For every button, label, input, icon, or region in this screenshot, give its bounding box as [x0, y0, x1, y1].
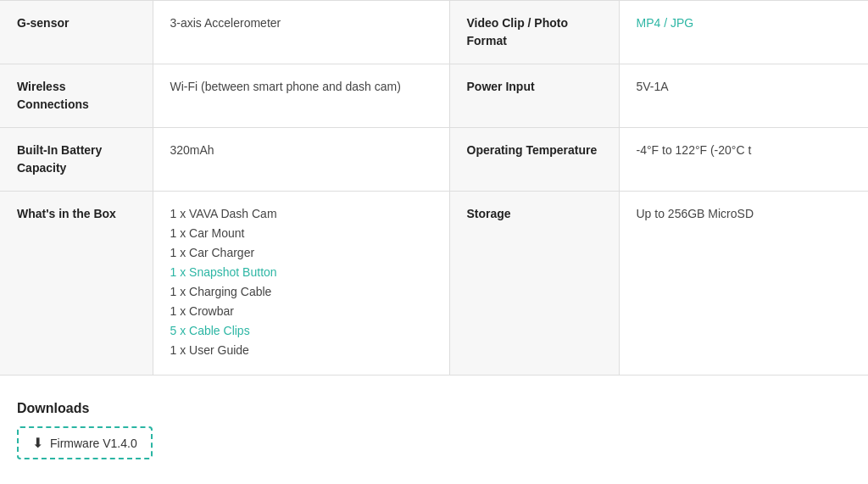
table-row: What's in the Box 1 x VAVA Dash Cam1 x C…	[0, 192, 868, 376]
downloads-title: Downloads	[17, 401, 851, 416]
page-container: G-sensor 3-axis Accelerometer Video Clip…	[0, 0, 868, 476]
table-row: Wireless Connections Wi-Fi (between smar…	[0, 64, 868, 128]
list-item: 1 x Car Mount	[170, 225, 432, 242]
table-row: Built-In Battery Capacity 320mAh Operati…	[0, 128, 868, 192]
firmware-label: Firmware V1.4.0	[50, 437, 137, 450]
spec-value-storage: Up to 256GB MicroSD	[619, 192, 868, 376]
spec-value-video-format: MP4 / JPG	[619, 1, 868, 64]
list-item: 1 x Charging Cable	[170, 283, 432, 301]
download-icon: ⬇	[32, 435, 43, 451]
specs-table: G-sensor 3-axis Accelerometer Video Clip…	[0, 0, 868, 376]
spec-value-gsensor: 3-axis Accelerometer	[153, 1, 449, 64]
spec-label-inbox: What's in the Box	[0, 192, 153, 376]
list-item: 1 x Crowbar	[170, 303, 432, 320]
spec-label-temperature: Operating Temperature	[449, 128, 619, 192]
downloads-section: Downloads ⬇ Firmware V1.4.0	[0, 376, 868, 476]
spec-value-inbox: 1 x VAVA Dash Cam1 x Car Mount1 x Car Ch…	[153, 192, 449, 376]
list-item: 5 x Cable Clips	[170, 322, 432, 340]
spec-label-power-input: Power Input	[449, 64, 619, 128]
spec-value-battery: 320mAh	[153, 128, 449, 192]
spec-label-storage: Storage	[449, 192, 619, 376]
firmware-button[interactable]: ⬇ Firmware V1.4.0	[17, 426, 153, 459]
list-item: 1 x Snapshot Button	[170, 264, 432, 281]
list-item: 1 x VAVA Dash Cam	[170, 205, 432, 223]
list-item: 1 x User Guide	[170, 342, 432, 359]
table-row: G-sensor 3-axis Accelerometer Video Clip…	[0, 1, 868, 64]
spec-label-gsensor: G-sensor	[0, 1, 153, 64]
spec-label-battery: Built-In Battery Capacity	[0, 128, 153, 192]
list-item: 1 x Car Charger	[170, 244, 432, 262]
spec-label-wireless: Wireless Connections	[0, 64, 153, 128]
spec-value-wireless: Wi-Fi (between smart phone and dash cam)	[153, 64, 449, 128]
spec-value-power-input: 5V-1A	[619, 64, 868, 128]
spec-label-video-format: Video Clip / Photo Format	[449, 1, 619, 64]
spec-value-temperature: -4°F to 122°F (-20°C t	[619, 128, 868, 192]
